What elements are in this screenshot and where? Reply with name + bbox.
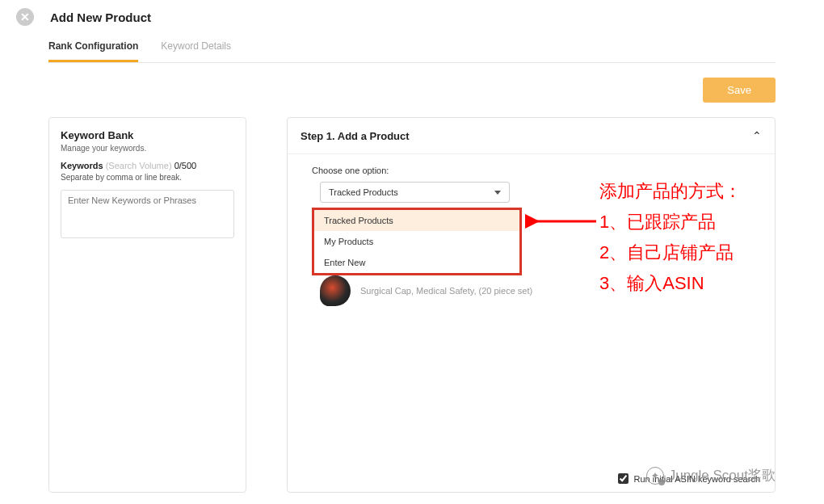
annotation-line-1: 添加产品的方式： — [599, 176, 742, 207]
option-enter-new[interactable]: Enter New — [314, 252, 519, 273]
annotation-text: 添加产品的方式： 1、已跟踪产品 2、自己店铺产品 3、输入ASIN — [599, 176, 742, 299]
tab-keyword-details[interactable]: Keyword Details — [161, 40, 231, 62]
annotation-arrow — [525, 213, 598, 229]
annotation-line-4: 3、输入ASIN — [599, 268, 742, 299]
step-panel: Step 1. Add a Product ⌃ Choose one optio… — [287, 117, 776, 493]
tabs: Rank Configuration Keyword Details — [48, 40, 776, 63]
tab-rank-configuration[interactable]: Rank Configuration — [48, 40, 138, 62]
wechat-icon: ✦ — [646, 467, 664, 485]
annotation-line-3: 2、自己店铺产品 — [599, 237, 742, 268]
run-initial-search-checkbox[interactable] — [618, 473, 629, 484]
save-button[interactable]: Save — [703, 78, 776, 103]
watermark-text: Jungle Scout桨歌 — [669, 466, 776, 485]
product-source-select[interactable]: Tracked Products — [320, 182, 510, 203]
page-title: Add New Product — [50, 10, 151, 24]
annotation-line-2: 1、已跟踪产品 — [599, 207, 742, 237]
select-value: Tracked Products — [329, 187, 398, 197]
chevron-up-icon[interactable]: ⌃ — [752, 129, 762, 142]
close-icon[interactable]: ✕ — [16, 8, 34, 26]
keywords-count-row: Keywords (Search Volume) 0/500 — [61, 161, 234, 170]
keyword-bank-panel: Keyword Bank Manage your keywords. Keywo… — [48, 117, 246, 493]
option-my-products[interactable]: My Products — [314, 231, 519, 252]
dropdown-triangle-icon — [494, 191, 501, 195]
keywords-count: 0/500 — [174, 161, 197, 170]
choose-option-label: Choose one option: — [312, 166, 750, 175]
keyword-bank-subtitle: Manage your keywords. — [61, 144, 234, 153]
keywords-input[interactable] — [61, 190, 234, 238]
keywords-label: Keywords — [61, 161, 103, 170]
product-thumbnail — [320, 275, 351, 306]
option-tracked-products[interactable]: Tracked Products — [314, 210, 519, 231]
step-title: Step 1. Add a Product — [301, 130, 410, 142]
search-volume-label: (Search Volume) — [106, 161, 172, 170]
product-source-dropdown: Tracked Products My Products Enter New — [312, 208, 522, 275]
keyword-bank-title: Keyword Bank — [61, 129, 234, 141]
watermark: ✦ Jungle Scout桨歌 — [646, 466, 776, 485]
product-name: Surgical Cap, Medical Safety, (20 piece … — [360, 286, 532, 296]
separator-note: Separate by comma or line break. — [61, 173, 234, 182]
